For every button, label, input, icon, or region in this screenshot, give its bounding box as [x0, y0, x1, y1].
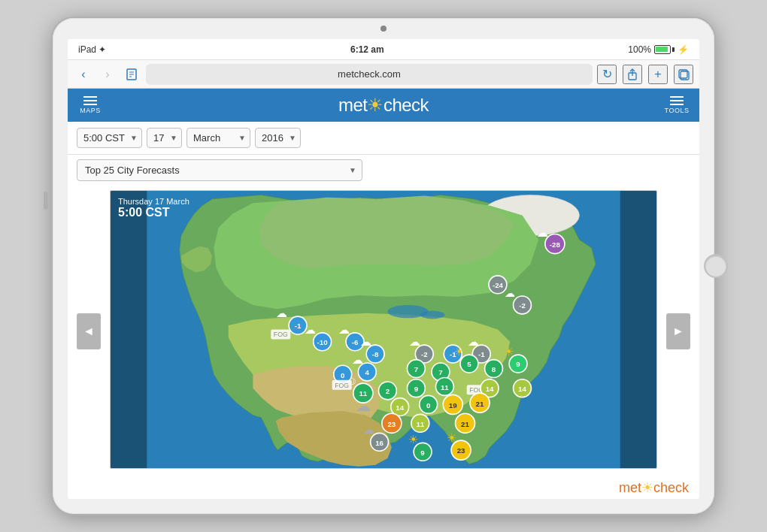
svg-text:14: 14 — [518, 385, 526, 393]
back-button[interactable]: ‹ — [74, 65, 93, 84]
svg-text:23: 23 — [457, 446, 465, 455]
month-select-wrapper: January February March April ▼ — [186, 128, 250, 148]
footer-logo: met☀check — [68, 478, 699, 499]
svg-text:FOG: FOG — [274, 331, 288, 338]
svg-text:4: 4 — [365, 368, 370, 376]
svg-text:☀: ☀ — [447, 431, 456, 444]
forecast-select[interactable]: Top 25 City Forecasts UK City Forecasts … — [77, 159, 362, 181]
footer-logo-sun: ☀ — [641, 480, 653, 495]
svg-text:☀: ☀ — [408, 433, 418, 446]
nav-bar: MAPS met☀check TOOLs — [68, 89, 699, 122]
controls-row: 5:00 CST 6:00 CST 7:00 CST ▼ 15 16 17 18… — [68, 122, 699, 155]
prev-arrow[interactable]: ◄ — [77, 313, 101, 349]
app-content: MAPS met☀check TOOLs — [68, 89, 699, 499]
tabs-button[interactable] — [674, 65, 693, 84]
day-select[interactable]: 15 16 17 18 — [147, 128, 182, 148]
svg-text:FOG: FOG — [335, 382, 349, 389]
svg-text:0: 0 — [426, 401, 431, 410]
forecast-row: Top 25 City Forecasts UK City Forecasts … — [68, 155, 699, 186]
svg-text:☁: ☁ — [505, 287, 515, 299]
ipad-label: iPad ✦ — [78, 44, 106, 55]
svg-text:☀: ☀ — [450, 405, 460, 417]
tools-menu-button[interactable]: TOOLs — [654, 89, 699, 122]
svg-text:☁: ☁ — [276, 307, 287, 319]
time-select-wrapper: 5:00 CST 6:00 CST 7:00 CST ▼ — [77, 128, 142, 148]
site-logo: met☀check — [338, 95, 429, 116]
map-date: Thursday 17 March — [118, 197, 189, 206]
svg-text:☽: ☽ — [348, 376, 356, 387]
forward-button[interactable]: › — [98, 65, 117, 84]
address-bar[interactable]: metcheck.com — [146, 64, 593, 85]
day-select-wrapper: 15 16 17 18 ▼ — [147, 128, 182, 148]
svg-text:☁: ☁ — [338, 323, 350, 336]
year-select[interactable]: 2015 2016 2017 — [255, 128, 301, 148]
svg-text:-1: -1 — [478, 350, 485, 358]
next-arrow[interactable]: ► — [666, 313, 690, 349]
ipad-camera — [380, 26, 387, 32]
svg-text:-8: -8 — [372, 350, 379, 358]
map-svg: -28 ☁ -24 -2 ☁ -1 ☁ — [111, 191, 656, 468]
browser-bar: ‹ › metcheck.com ↻ — [68, 60, 699, 89]
svg-text:7: 7 — [438, 368, 442, 376]
tools-label: TOOLs — [665, 107, 690, 114]
svg-text:8: 8 — [492, 365, 496, 373]
bookmark-icon[interactable] — [122, 65, 141, 84]
svg-text:☁: ☁ — [409, 335, 420, 348]
svg-text:☁: ☁ — [537, 226, 548, 239]
share-button[interactable] — [623, 65, 642, 84]
svg-text:-28: -28 — [550, 240, 561, 249]
maps-menu-button[interactable]: MAPS — [68, 89, 113, 122]
battery-icon — [654, 45, 675, 54]
status-right: 100% ⚡ — [628, 44, 689, 55]
ipad-home-button[interactable] — [704, 254, 728, 278]
svg-text:☁: ☁ — [352, 353, 363, 366]
footer-logo-text: met☀check — [619, 480, 689, 495]
map-wrapper: ◄ ► Thursday 17 March 5:00 CST — [77, 187, 690, 475]
svg-text:9: 9 — [420, 449, 425, 457]
map-header: Thursday 17 March 5:00 CST — [118, 197, 189, 219]
month-select[interactable]: January February March April — [186, 128, 250, 148]
status-time: 6:12 am — [350, 44, 384, 55]
map-container: Thursday 17 March 5:00 CST — [110, 190, 657, 469]
status-bar: iPad ✦ 6:12 am 100% ⚡ — [68, 39, 699, 60]
svg-text:11: 11 — [441, 383, 449, 391]
battery-percent: 100% — [628, 44, 651, 55]
ipad-screen: iPad ✦ 6:12 am 100% ⚡ ‹ › — [68, 39, 699, 499]
map-time: 5:00 CST — [118, 206, 189, 219]
url-text: metcheck.com — [338, 68, 401, 80]
svg-text:0: 0 — [341, 371, 345, 379]
charging-icon: ⚡ — [678, 44, 689, 55]
time-select[interactable]: 5:00 CST 6:00 CST 7:00 CST — [77, 128, 142, 148]
forecast-select-wrapper: Top 25 City Forecasts UK City Forecasts … — [77, 159, 362, 181]
ipad-frame: iPad ✦ 6:12 am 100% ⚡ ‹ › — [53, 18, 714, 514]
svg-point-11 — [420, 311, 445, 319]
svg-text:☁: ☁ — [305, 323, 316, 336]
svg-text:-2: -2 — [519, 301, 526, 310]
status-left: iPad ✦ — [78, 44, 106, 55]
logo-sun: ☀ — [367, 95, 384, 115]
hamburger-icon — [83, 96, 97, 105]
svg-text:9: 9 — [516, 360, 520, 368]
maps-label: MAPS — [80, 107, 101, 114]
svg-text:-2: -2 — [421, 350, 428, 358]
svg-text:21: 21 — [476, 400, 484, 408]
svg-text:21: 21 — [461, 420, 469, 428]
ipad-volume-button — [44, 192, 48, 210]
svg-text:14: 14 — [486, 385, 494, 393]
reload-button[interactable]: ↻ — [597, 65, 617, 84]
year-select-wrapper: 2015 2016 2017 ▼ — [255, 128, 301, 148]
svg-text:☁: ☁ — [363, 423, 374, 436]
svg-text:23: 23 — [387, 420, 396, 428]
svg-text:-6: -6 — [352, 338, 359, 346]
svg-text:☀: ☀ — [454, 345, 464, 358]
svg-text:2: 2 — [386, 387, 390, 395]
svg-text:5: 5 — [467, 360, 471, 368]
svg-text:☁: ☁ — [356, 397, 371, 414]
hamburger-icon-right — [670, 96, 684, 105]
new-tab-button[interactable]: + — [648, 65, 668, 84]
svg-text:11: 11 — [359, 389, 367, 397]
svg-text:16: 16 — [375, 439, 384, 447]
svg-text:☀: ☀ — [504, 345, 514, 358]
svg-text:-10: -10 — [317, 338, 329, 346]
svg-text:9: 9 — [414, 385, 419, 393]
